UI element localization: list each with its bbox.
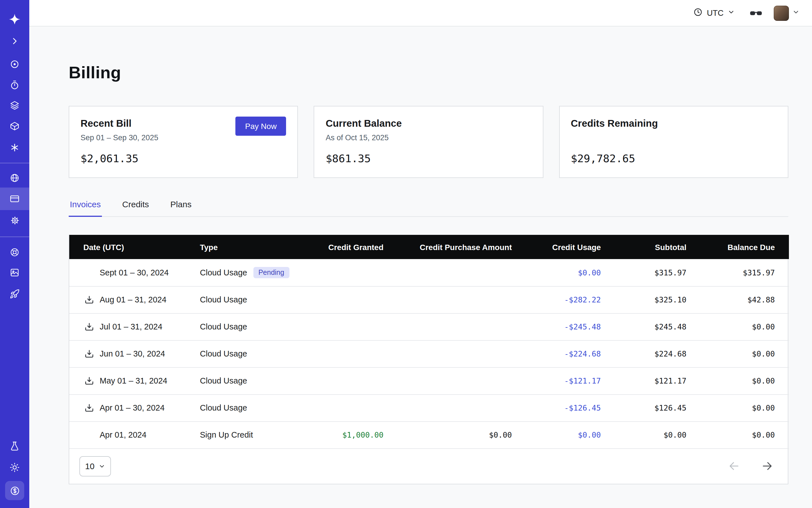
table-footer: 10 — [69, 449, 788, 483]
timezone-label: UTC — [707, 8, 724, 17]
card-title: Current Balance — [326, 118, 531, 130]
card-subtitle — [571, 133, 776, 142]
invoice-date: Apr 01 – 30, 2024 — [100, 403, 165, 412]
timezone-selector[interactable]: UTC — [693, 7, 735, 18]
invoice-date: Apr 01, 2024 — [100, 430, 146, 439]
credit-usage-value: -$126.45 — [514, 394, 603, 421]
download-invoice-icon[interactable] — [83, 375, 95, 386]
screenshot-icon[interactable] — [8, 266, 22, 279]
invoice-type: Cloud Usage — [200, 322, 247, 331]
credit-purchase-value — [386, 313, 514, 340]
summary-cards: Recent Bill Sep 01 – Sep 30, 2025 $2,061… — [69, 106, 788, 178]
download-invoice-icon[interactable] — [83, 294, 95, 305]
credit-granted-value — [317, 367, 386, 394]
download-invoice-icon[interactable] — [83, 348, 95, 359]
subtotal-value: $121.17 — [603, 367, 689, 394]
layers-icon[interactable] — [8, 98, 22, 112]
avatar[interactable] — [774, 5, 789, 20]
credits-remaining-amount: $29,782.65 — [571, 152, 776, 164]
credit-granted-value — [317, 340, 386, 367]
download-invoice-icon[interactable] — [83, 402, 95, 413]
next-page-button[interactable] — [761, 460, 773, 472]
account-menu[interactable] — [774, 5, 800, 20]
credit-usage-value: -$245.48 — [514, 313, 603, 340]
credit-granted-value: $1,000.00 — [317, 421, 386, 448]
invoice-type: Cloud Usage — [200, 376, 247, 385]
chevron-down-icon — [792, 8, 800, 18]
support-icon[interactable] — [8, 246, 22, 259]
flask-icon[interactable] — [8, 439, 22, 453]
page-size-value: 10 — [85, 461, 94, 471]
download-placeholder — [83, 267, 95, 278]
table-row: Aug 01 – 31, 2024Cloud Usage-$282.22$325… — [69, 286, 789, 313]
credit-purchase-value — [386, 286, 514, 313]
rocket-icon[interactable] — [8, 287, 22, 301]
previous-page-button[interactable] — [728, 460, 740, 472]
glasses-icon[interactable] — [750, 8, 762, 18]
invoice-type: Sign Up Credit — [200, 430, 253, 439]
current-balance-amount: $861.35 — [326, 152, 531, 164]
balance-due-value: $0.00 — [689, 421, 789, 448]
globe-icon[interactable] — [8, 171, 22, 185]
clock-icon — [693, 7, 703, 18]
settings-gear-icon[interactable] — [8, 213, 22, 227]
invoices-table: Date (UTC) Type Credit Granted Credit Pu… — [69, 235, 788, 484]
balance-due-value: $42.88 — [689, 286, 789, 313]
chevron-down-icon — [728, 8, 735, 17]
billing-card-icon[interactable] — [8, 192, 22, 206]
tab-invoices[interactable]: Invoices — [69, 199, 102, 216]
credit-purchase-value — [386, 367, 514, 394]
subtotal-value: $245.48 — [603, 313, 689, 340]
credit-usage-value: -$121.17 — [514, 367, 603, 394]
credits-remaining-card: Credits Remaining $29,782.65 — [559, 106, 788, 178]
tab-plans[interactable]: Plans — [169, 199, 193, 216]
asterisk-icon[interactable] — [8, 141, 22, 154]
col-header-date: Date (UTC) — [69, 235, 198, 259]
chevron-down-icon — [98, 463, 105, 469]
invoice-type: Cloud Usage — [200, 295, 247, 304]
recent-bill-amount: $2,061.35 — [81, 152, 286, 164]
credit-granted-value — [317, 313, 386, 340]
sidebar-item-billing-active — [0, 187, 29, 210]
table-row: Apr 01 – 30, 2024Cloud Usage-$126.45$126… — [69, 394, 789, 421]
theme-sun-icon[interactable] — [8, 461, 22, 474]
current-balance-card: Current Balance As of Oct 15, 2025 $861.… — [314, 106, 543, 178]
invoice-date: Jun 01 – 30, 2024 — [100, 349, 165, 358]
credit-usage-value: $0.00 — [514, 259, 603, 286]
target-icon[interactable] — [8, 57, 22, 71]
invoice-date: Aug 01 – 31, 2024 — [100, 295, 166, 304]
credits-dollar-icon[interactable] — [5, 481, 24, 500]
col-header-credit-granted: Credit Granted — [317, 235, 386, 259]
invoice-table-body: Sept 01 – 30, 2024Cloud UsagePending$0.0… — [69, 259, 789, 448]
table-row: Jun 01 – 30, 2024Cloud Usage-$224.68$224… — [69, 340, 789, 367]
page-title: Billing — [69, 63, 788, 82]
balance-due-value: $315.97 — [689, 259, 789, 286]
logo-icon[interactable] — [8, 12, 22, 25]
credit-usage-value: $0.00 — [514, 421, 603, 448]
invoice-date: Sept 01 – 30, 2024 — [100, 268, 169, 277]
subtotal-value: $325.10 — [603, 286, 689, 313]
balance-due-value: $0.00 — [689, 394, 789, 421]
main-content: Billing Recent Bill Sep 01 – Sep 30, 202… — [29, 27, 812, 508]
credit-usage-value: -$224.68 — [514, 340, 603, 367]
status-badge: Pending — [253, 267, 290, 278]
tab-credits[interactable]: Credits — [121, 199, 150, 216]
collapse-chevron-icon[interactable] — [8, 34, 22, 48]
pagination — [728, 460, 773, 472]
credit-purchase-value — [386, 394, 514, 421]
sidebar-divider — [0, 163, 29, 163]
download-invoice-icon[interactable] — [83, 321, 95, 332]
package-icon[interactable] — [8, 119, 22, 133]
col-header-subtotal: Subtotal — [603, 235, 689, 259]
table-row: Apr 01, 2024Sign Up Credit$1,000.00$0.00… — [69, 421, 789, 448]
card-title: Credits Remaining — [571, 118, 776, 130]
timer-icon[interactable] — [8, 78, 22, 92]
pay-now-button[interactable]: Pay Now — [236, 117, 286, 136]
subtotal-value: $224.68 — [603, 340, 689, 367]
col-header-type: Type — [198, 235, 317, 259]
col-header-credit-purchase: Credit Purchase Amount — [386, 235, 514, 259]
subtotal-value: $0.00 — [603, 421, 689, 448]
credit-granted-value — [317, 394, 386, 421]
invoice-date: May 01 – 31, 2024 — [100, 376, 167, 385]
page-size-select[interactable]: 10 — [79, 456, 111, 476]
